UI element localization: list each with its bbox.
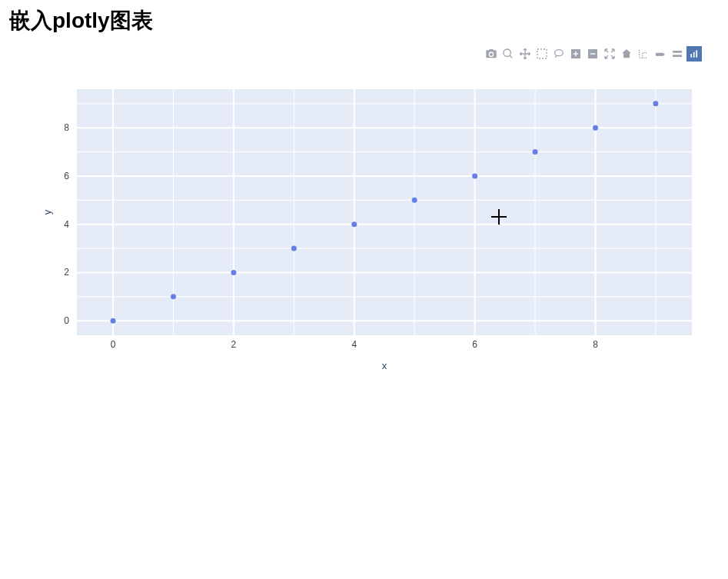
x-tick-label: 8: [593, 339, 598, 350]
y-tick-label: 6: [64, 171, 69, 181]
data-point[interactable]: [653, 101, 658, 106]
pan-icon[interactable]: [517, 46, 533, 62]
svg-rect-8: [673, 55, 682, 57]
y-tick-label: 8: [64, 122, 69, 133]
x-tick-label: 2: [231, 339, 237, 350]
spike-lines-icon[interactable]: [636, 46, 651, 62]
box-select-icon[interactable]: [534, 46, 550, 62]
svg-rect-11: [696, 50, 697, 57]
y-tick-label: 4: [64, 219, 69, 230]
svg-rect-7: [673, 51, 682, 53]
data-point[interactable]: [111, 318, 116, 324]
camera-icon[interactable]: [484, 46, 499, 62]
svg-rect-9: [690, 54, 692, 58]
reset-axes-icon[interactable]: [619, 46, 634, 62]
data-point[interactable]: [593, 125, 598, 131]
autoscale-icon[interactable]: [602, 46, 617, 62]
x-tick-label: 0: [111, 339, 116, 350]
svg-rect-10: [693, 52, 695, 58]
zoom-out-icon[interactable]: [585, 46, 600, 62]
plot-bg[interactable]: [77, 89, 692, 335]
data-point[interactable]: [412, 198, 417, 203]
data-point[interactable]: [472, 173, 477, 178]
svg-rect-6: [590, 53, 596, 54]
y-tick-label: 2: [64, 267, 69, 278]
svg-rect-4: [573, 53, 579, 54]
zoom-icon[interactable]: [500, 46, 516, 62]
plotly-logo-icon[interactable]: [686, 46, 702, 62]
y-tick-label: 0: [64, 315, 69, 326]
data-point[interactable]: [171, 294, 176, 299]
plotly-modebar: [484, 46, 702, 62]
zoom-in-icon[interactable]: [568, 46, 583, 62]
lasso-select-icon[interactable]: [551, 46, 567, 62]
svg-rect-0: [537, 49, 547, 58]
y-axis-label: y: [42, 209, 53, 215]
data-point[interactable]: [231, 270, 236, 275]
data-point[interactable]: [351, 221, 357, 227]
chart-svg[interactable]: 0246802468xy: [38, 75, 715, 383]
x-tick-label: 6: [472, 339, 477, 350]
hover-compare-icon[interactable]: [670, 46, 685, 62]
hover-closest-icon[interactable]: [653, 46, 668, 62]
scatter-chart[interactable]: 0246802468xy: [38, 75, 715, 383]
x-tick-label: 4: [351, 339, 357, 350]
data-point[interactable]: [291, 246, 297, 251]
x-axis-label: x: [382, 360, 387, 371]
data-point[interactable]: [533, 149, 538, 155]
svg-point-1: [555, 50, 563, 56]
page-title: 嵌入plotly图表: [9, 6, 719, 35]
